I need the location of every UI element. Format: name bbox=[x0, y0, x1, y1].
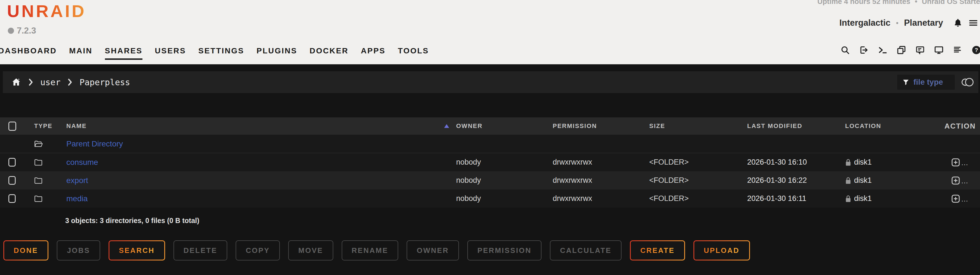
top-header: UNRAID 7.2.3 Uptime 4 hours 52 minutes •… bbox=[0, 0, 980, 64]
nav-item-shares[interactable]: SHARES bbox=[105, 46, 143, 60]
upload-button[interactable]: UPLOAD bbox=[694, 240, 750, 261]
row-checkbox[interactable] bbox=[8, 158, 16, 167]
folder-icon bbox=[34, 195, 43, 202]
server-description: Planetary bbox=[904, 18, 943, 28]
cell-owner: nobody bbox=[453, 158, 553, 167]
done-button[interactable]: DONE bbox=[3, 240, 48, 261]
copy-icon[interactable] bbox=[897, 45, 906, 55]
search-icon[interactable] bbox=[840, 45, 850, 55]
action-more-label: … bbox=[961, 177, 968, 185]
unraid-logo[interactable]: UNRAID bbox=[7, 1, 86, 21]
server-name: Intergalactic bbox=[839, 18, 891, 28]
folder-link[interactable]: media bbox=[66, 194, 88, 203]
column-header-action: ACTION bbox=[945, 122, 980, 131]
header-action-icons: ? bbox=[840, 45, 980, 55]
hamburger-menu-icon[interactable] bbox=[968, 18, 978, 28]
nav-item-tools[interactable]: TOOLS bbox=[398, 46, 429, 60]
row-action-button[interactable]: … bbox=[951, 176, 980, 185]
folder-link[interactable]: export bbox=[66, 176, 88, 185]
folder-open-icon bbox=[34, 140, 43, 148]
move-button[interactable]: MOVE bbox=[288, 240, 333, 261]
copy-button[interactable]: COPY bbox=[235, 240, 280, 261]
cell-modified: 2026-01-30 16:10 bbox=[747, 158, 845, 167]
nav-item-users[interactable]: USERS bbox=[155, 46, 186, 60]
breadcrumb: user Paperpless bbox=[11, 77, 130, 87]
folder-link[interactable]: consume bbox=[66, 158, 98, 167]
breadcrumb-bar: user Paperpless bbox=[3, 71, 978, 93]
cell-size: <FOLDER> bbox=[649, 176, 747, 185]
cell-location: disk1 bbox=[845, 158, 945, 167]
table-row-parent: Parent Directory bbox=[0, 135, 980, 153]
column-header-permission[interactable]: PERMISSION bbox=[553, 122, 649, 130]
terminal-icon[interactable] bbox=[878, 45, 888, 55]
column-header-location[interactable]: LOCATION bbox=[845, 122, 945, 130]
version-label: 7.2.3 bbox=[17, 26, 36, 36]
display-icon[interactable] bbox=[934, 45, 943, 55]
parent-directory-link[interactable]: Parent Directory bbox=[66, 139, 123, 149]
permission-button[interactable]: PERMISSION bbox=[467, 240, 541, 261]
feedback-icon[interactable] bbox=[915, 45, 925, 55]
column-header-owner[interactable]: OWNER bbox=[453, 122, 553, 130]
main-nav: DASHBOARD MAIN SHARES USERS SETTINGS PLU… bbox=[0, 46, 429, 60]
breadcrumb-segment-user[interactable]: user bbox=[40, 77, 60, 87]
cell-size: <FOLDER> bbox=[649, 158, 747, 167]
chevron-right-icon bbox=[28, 79, 33, 86]
jobs-button[interactable]: JOBS bbox=[57, 240, 100, 261]
action-more-label: … bbox=[961, 158, 968, 167]
cell-owner: nobody bbox=[453, 194, 553, 203]
plus-square-icon bbox=[951, 194, 961, 204]
select-all-checkbox[interactable] bbox=[8, 122, 16, 131]
lock-icon bbox=[845, 195, 851, 202]
version-icon bbox=[8, 28, 14, 34]
column-header-modified[interactable]: LAST MODIFIED bbox=[747, 122, 845, 130]
create-button[interactable]: CREATE bbox=[630, 240, 685, 261]
file-type-filter-input[interactable] bbox=[913, 78, 950, 87]
cell-permission: drwxrwxrwx bbox=[553, 194, 649, 203]
table-row: consume nobody drwxrwxrwx <FOLDER> 2026-… bbox=[0, 153, 980, 171]
bell-icon[interactable] bbox=[953, 18, 963, 28]
rename-button[interactable]: RENAME bbox=[342, 240, 398, 261]
calculate-button[interactable]: CALCULATE bbox=[550, 240, 622, 261]
cell-location: disk1 bbox=[845, 194, 945, 203]
svg-text:?: ? bbox=[975, 47, 978, 53]
row-action-button[interactable]: … bbox=[951, 194, 980, 204]
object-count-summary: 3 objects: 3 directories, 0 files (0 B t… bbox=[65, 217, 980, 225]
nav-item-plugins[interactable]: PLUGINS bbox=[257, 46, 297, 60]
lock-icon bbox=[845, 177, 851, 184]
funnel-icon bbox=[902, 79, 910, 86]
nav-item-settings[interactable]: SETTINGS bbox=[199, 46, 244, 60]
breadcrumb-segment-paperpless[interactable]: Paperpless bbox=[80, 77, 130, 87]
chevron-right-icon bbox=[67, 79, 73, 86]
home-icon[interactable] bbox=[11, 77, 21, 87]
owner-button[interactable]: OWNER bbox=[407, 240, 459, 261]
search-button[interactable]: SEARCH bbox=[108, 240, 165, 261]
uptime-text: Uptime 4 hours 52 minutes bbox=[818, 0, 910, 6]
action-more-label: … bbox=[961, 195, 968, 204]
file-type-filter[interactable] bbox=[897, 74, 955, 90]
nav-item-main[interactable]: MAIN bbox=[69, 46, 92, 60]
content-area: user Paperpless TYPE bbox=[0, 71, 980, 275]
help-icon[interactable]: ? bbox=[972, 45, 980, 55]
toggle-icon[interactable] bbox=[961, 77, 974, 87]
column-header-size[interactable]: SIZE bbox=[649, 122, 747, 130]
uptime-separator: • bbox=[915, 0, 917, 6]
nav-item-apps[interactable]: APPS bbox=[361, 46, 386, 60]
location-label: disk1 bbox=[854, 194, 872, 203]
cell-modified: 2026-01-30 16:11 bbox=[747, 194, 845, 203]
sort-asc-icon bbox=[444, 124, 449, 128]
cell-permission: drwxrwxrwx bbox=[553, 158, 649, 167]
delete-button[interactable]: DELETE bbox=[173, 240, 228, 261]
column-header-type[interactable]: TYPE bbox=[28, 122, 60, 130]
row-action-button[interactable]: … bbox=[951, 158, 980, 167]
folder-icon bbox=[34, 159, 43, 166]
logout-icon[interactable] bbox=[859, 45, 869, 55]
table-row: media nobody drwxrwxrwx <FOLDER> 2026-01… bbox=[0, 190, 980, 208]
nav-item-docker[interactable]: DOCKER bbox=[310, 46, 348, 60]
lock-icon bbox=[845, 159, 851, 166]
row-checkbox[interactable] bbox=[8, 176, 16, 185]
cell-modified: 2026-01-30 16:22 bbox=[747, 176, 845, 185]
row-checkbox[interactable] bbox=[8, 194, 16, 203]
log-icon[interactable] bbox=[953, 45, 963, 55]
nav-item-dashboard[interactable]: DASHBOARD bbox=[0, 46, 57, 60]
column-header-name[interactable]: NAME bbox=[60, 122, 453, 130]
